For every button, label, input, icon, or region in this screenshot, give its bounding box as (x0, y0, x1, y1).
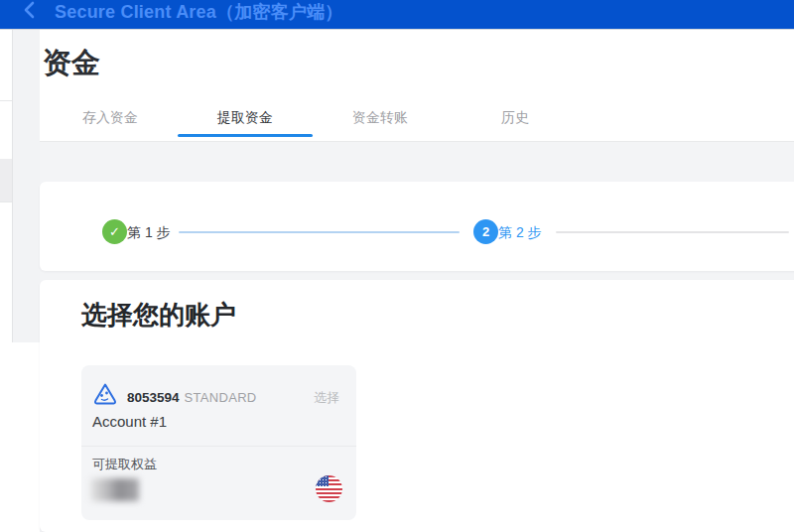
tab-history[interactable]: 历史 (448, 104, 583, 137)
screen: Secure Client Area（加密客户端） 资金 存入资金 提取资金 资… (0, 0, 794, 532)
back-icon[interactable] (23, 1, 37, 19)
account-card[interactable]: 8053594 STANDARD 选择 Account #1 可提取权益 (81, 365, 356, 520)
step2-number: 2 (482, 224, 489, 239)
stepper-panel: ✓ 第 1 步 2 第 2 步 (40, 182, 794, 271)
step2-current-badge: 2 (473, 219, 498, 244)
sidebar-divider (0, 100, 12, 101)
sidebar-divider (0, 201, 12, 202)
funds-tabs: 存入资金 提取资金 资金转账 历史 (43, 104, 583, 137)
select-account-button[interactable]: 选择 (314, 389, 339, 407)
check-icon: ✓ (109, 224, 120, 239)
account-number-row: 8053594 STANDARD (127, 390, 257, 405)
card-divider (81, 446, 356, 447)
topbar-title: Secure Client Area（加密客户端） (55, 0, 342, 24)
account-number: 8053594 (127, 390, 180, 405)
tab-deposit-funds[interactable]: 存入资金 (43, 104, 178, 137)
withdrawable-equity-label: 可提取权益 (92, 456, 157, 473)
step-connector-done (179, 231, 460, 233)
account-type-badge: STANDARD (185, 390, 257, 405)
tab-withdraw-funds[interactable]: 提取资金 (178, 104, 313, 137)
sidebar-edge (0, 30, 13, 342)
us-flag-canton (316, 475, 329, 486)
left-gutter (13, 30, 40, 342)
sidebar-active-item-edge (0, 159, 12, 201)
funds-header-panel: 资金 存入资金 提取资金 资金转账 历史 (40, 30, 794, 142)
section-heading: 选择您的账户 (81, 298, 236, 332)
tab-transfer-funds[interactable]: 资金转账 (313, 104, 448, 137)
step-connector-pending (556, 231, 789, 233)
step2-label: 第 2 步 (498, 224, 542, 242)
account-selection-panel: 选择您的账户 8053594 STANDARD 选择 Account #1 可提… (40, 280, 794, 532)
account-name: Account #1 (92, 413, 167, 430)
step1-completed-check-icon: ✓ (102, 219, 127, 244)
us-flag-icon (316, 475, 342, 502)
top-header-bar: Secure Client Area（加密客户端） (0, 0, 794, 30)
metatrader-icon (92, 382, 118, 408)
step1-label: 第 1 步 (127, 224, 171, 242)
equity-value-redacted (90, 478, 139, 501)
page-title: 资金 (43, 44, 100, 83)
